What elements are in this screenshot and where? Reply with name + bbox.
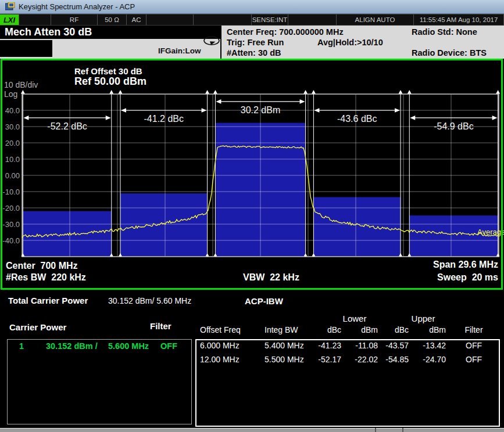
span-annotation: Span 29.6 MHz: [433, 260, 498, 270]
offset-col-header-6: Filter: [448, 325, 500, 334]
arrowhead-left: [410, 116, 415, 120]
arrowhead-right: [202, 108, 207, 113]
offset-col-header-4: dBc: [380, 325, 410, 334]
bottom-strip-divider: [402, 428, 403, 432]
status-cell-50-: 50 Ω: [98, 14, 127, 26]
total-carrier-power-label: Total Carrier Power: [8, 296, 88, 305]
arrowhead-left: [314, 108, 319, 113]
offset-cell: 6.000 MHz: [198, 341, 263, 350]
offset-cell: -11.08: [343, 341, 380, 350]
app-icon: [5, 2, 15, 11]
offset-cell: -43.57: [380, 341, 410, 350]
y-tick-10.0: 10.0: [5, 155, 20, 164]
offset-cell: 5.400 MHz: [263, 341, 308, 350]
y-tick--40.0: -40.0: [2, 236, 20, 245]
edge-top-marker: [213, 90, 217, 94]
edge-top-marker: [312, 90, 316, 94]
channel-label-carrier: 30.2 dBm: [241, 105, 280, 115]
edge-top-marker: [205, 90, 209, 94]
edge-top-marker: [303, 90, 308, 94]
offset-cell: OFF: [448, 341, 500, 350]
y-tick-30.0: 30.0: [5, 123, 20, 131]
status-cell-ac: AC: [127, 14, 146, 26]
carrier-filter-value: OFF: [160, 341, 177, 351]
arrowhead-left: [216, 99, 221, 104]
edge-top-marker: [21, 90, 25, 94]
res-bw-annotation: #Res BW 220 kHz: [6, 272, 86, 283]
radio-device-readout[interactable]: Radio Device: BTS: [412, 48, 487, 57]
acp-ibw-label: ACP-IBW: [245, 296, 283, 306]
avg-hold-readout[interactable]: Avg|Hold:>10/10: [317, 38, 383, 47]
upper-group-header: Upper: [400, 314, 446, 323]
radio-std-readout[interactable]: Radio Std: None: [412, 27, 477, 37]
header-black-box: [0, 40, 52, 57]
bottom-strip: [0, 428, 504, 432]
y-tick-0.00: 0.00: [5, 171, 20, 180]
channel-label-lower-adjacent: -41.2 dBc: [144, 114, 184, 124]
status-cell-11-55-45-am-aug-10-2017: 11:55:45 AM Aug 10, 2017: [414, 14, 504, 26]
arrowhead-left: [121, 108, 126, 113]
status-cell-lxi: LXI: [0, 14, 19, 26]
atten-readout[interactable]: #Atten: 30 dB: [227, 48, 281, 57]
graph-area: 40.030.020.010.00.00-10.0-20.0-30.0-40.0…: [0, 59, 504, 290]
trigger-readout[interactable]: Trig: Free Run: [227, 38, 284, 47]
offset-cell: -52.17: [308, 355, 343, 364]
y-tick-40.0: 40.0: [5, 106, 20, 115]
ifgain-readout[interactable]: IFGain:Low: [158, 46, 201, 55]
channel-label-upper-adjacent: -43.6 dBc: [337, 114, 377, 124]
carrier-bw-value: 5.600 MHz: [108, 341, 149, 351]
carrier-power-value: 30.152 dBm /: [46, 341, 98, 351]
sweep-annotation: Sweep 20 ms: [437, 272, 498, 283]
lower-group-header: Lower: [331, 314, 378, 323]
window-title: Keysight Spectrum Analyzer - ACP: [19, 2, 135, 11]
y-axis-labels: 40.030.020.010.00.00-10.0-20.0-30.0-40.0: [2, 106, 20, 245]
offset-table-row-0: 6.000 MHz5.400 MHz-41.23-11.08-43.57-13.…: [198, 341, 500, 350]
offset-table-column-headers: Offset FreqInteg BWdBcdBmdBcdBmFilter: [198, 325, 500, 334]
arrowhead-right: [395, 108, 400, 113]
offset-table: [195, 339, 500, 427]
carrier-filter-header: Filter: [150, 321, 171, 331]
edge-top-marker: [118, 90, 122, 94]
channel-bar-upper-adjacent: [313, 197, 401, 257]
bottom-strip-divider: [375, 428, 376, 432]
offset-col-header-5: dBm: [410, 325, 448, 334]
y-tick--20.0: -20.0: [2, 204, 20, 213]
edge-top-marker: [496, 90, 500, 94]
offset-cell: -22.02: [343, 355, 380, 364]
y-tick--10.0: -10.0: [2, 188, 20, 196]
offset-cell: 12.00 MHz: [198, 355, 263, 364]
offset-cell: OFF: [448, 355, 500, 364]
results-panel: Total Carrier Power 30.152 dBm/ 5.60 MHz…: [0, 290, 504, 432]
offset-cell: -13.42: [410, 341, 448, 350]
title-bar[interactable]: Keysight Spectrum Analyzer - ACP: [0, 0, 504, 14]
status-cell-empty: [194, 14, 252, 26]
channel-label-lower-alternate: -52.2 dBc: [47, 121, 87, 131]
status-bar: LXIRF50 ΩACSENSE:INTALIGN AUTO11:55:45 A…: [0, 14, 504, 26]
trace-label: Average: [477, 228, 504, 236]
y-tick--30.0: -30.0: [2, 220, 20, 229]
offset-table-row-1: 12.00 MHz5.500 MHz-52.17-22.02-54.85-24.…: [198, 355, 500, 364]
edge-top-marker: [408, 90, 412, 94]
scale-type-label: Log: [4, 89, 17, 99]
offset-cell: -24.70: [410, 355, 448, 364]
status-cell-empty: [288, 14, 337, 26]
carrier-power-table: 130.152 dBm /5.600 MHzOFF: [7, 339, 192, 424]
center-freq-readout[interactable]: Center Freq: 700.000000 MHz: [227, 27, 344, 37]
spectrum-analyzer-window: Keysight Spectrum Analyzer - ACP LXIRF50…: [0, 0, 504, 432]
center-freq-annotation: Center 700 MHz: [6, 261, 78, 271]
offset-cell: -54.85: [380, 355, 410, 364]
total-carrier-power-value: 30.152 dBm/ 5.60 MHz: [108, 296, 191, 305]
status-cell-align-auto: ALIGN AUTO: [337, 14, 414, 26]
edge-top-marker: [399, 90, 403, 94]
status-cell-empty: [19, 14, 51, 26]
mech-atten-readout[interactable]: Mech Atten 30 dB: [0, 26, 220, 39]
scale-per-div-label: 10 dB/div: [4, 80, 38, 89]
offset-col-header-0: Offset Freq: [198, 325, 263, 334]
offset-cell: -41.23: [308, 341, 343, 350]
continuous-sweep-icon[interactable]: [202, 35, 221, 47]
channel-label-upper-alternate: -54.9 dBc: [434, 121, 473, 131]
ref-level-label: Ref 50.00 dBm: [74, 75, 146, 88]
header-divider: [220, 26, 221, 59]
ref-offset-label: Ref Offset 30 dB: [74, 66, 142, 76]
carrier-row-1: 130.152 dBm /5.600 MHzOFF: [8, 341, 191, 354]
